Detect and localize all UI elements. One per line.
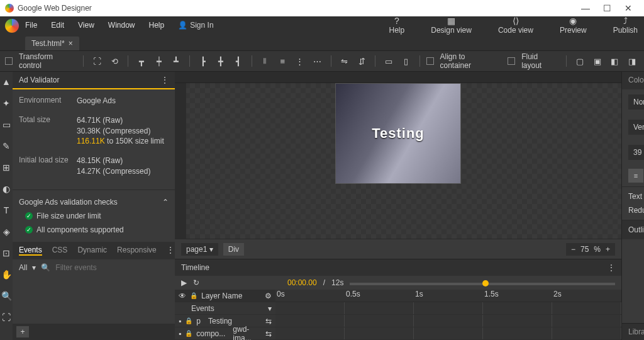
timeline-menu-icon[interactable]: ⋮ (608, 263, 615, 272)
tab-library[interactable]: Library (628, 327, 644, 336)
responsive-1-icon[interactable]: ▢ (573, 54, 587, 68)
help-button[interactable]: ?Help (383, 16, 411, 35)
3d-tool-icon[interactable]: ◈ (0, 225, 13, 238)
track-lock-icon[interactable]: 🔒 (185, 330, 192, 337)
distribute-v-icon[interactable]: ≡ (275, 54, 289, 68)
transform-checkbox[interactable] (5, 57, 13, 65)
window-minimize-button[interactable]: — (575, 3, 596, 13)
track-lock-icon[interactable]: 🔒 (185, 317, 192, 324)
responsive-2-icon[interactable]: ▣ (591, 54, 604, 68)
tick-0-5s: 0.5s (345, 290, 414, 302)
track-vis-icon[interactable]: ▪ (179, 317, 181, 326)
menu-window[interactable]: Window (108, 21, 135, 30)
font-family-select[interactable]: Verdana▾ (628, 120, 644, 135)
zoom-in-button[interactable]: + (606, 245, 610, 254)
zoom-tool-icon[interactable]: 🔍 (0, 290, 13, 302)
zoom-out-button[interactable]: − (571, 245, 575, 254)
chevron-down-icon[interactable]: ▾ (32, 263, 36, 272)
publish-button[interactable]: ⤴Publish (607, 16, 644, 35)
rectangle-tool-icon[interactable]: ▭ (0, 118, 13, 131)
link-icon[interactable]: ⇆ (265, 317, 272, 326)
text-tool-icon[interactable]: T (0, 204, 13, 217)
align-hcenter-icon[interactable]: ╋ (214, 54, 228, 68)
align-container-checkbox[interactable] (426, 57, 434, 65)
events-menu-icon[interactable]: ⋮ (167, 246, 174, 256)
link-icon[interactable]: ⇆ (265, 329, 272, 338)
window-maximize-button[interactable]: ☐ (596, 3, 618, 13)
canvas-text[interactable]: Testing (372, 125, 425, 142)
events-all-dropdown[interactable]: All (19, 263, 27, 272)
responsive-4-icon[interactable]: ◨ (625, 54, 639, 68)
document-tab[interactable]: Test.html* × (25, 37, 79, 50)
code-view-button[interactable]: ⟨⟩Code view (492, 16, 540, 35)
scale-icon[interactable]: ⛶ (90, 54, 104, 68)
spacing-h-icon[interactable]: ⋯ (311, 54, 325, 68)
sign-in-button[interactable]: 👤Sign In (178, 21, 213, 30)
align-vcenter-icon[interactable]: ┿ (152, 54, 166, 68)
scrubber-knob-icon[interactable] (482, 280, 489, 286)
gear-icon[interactable]: ⚙ (265, 292, 272, 300)
tab-css[interactable]: CSS (52, 246, 68, 256)
tag-tool-icon[interactable]: ⊞ (0, 161, 13, 174)
responsive-3-icon[interactable]: ◧ (608, 54, 621, 68)
align-right-icon[interactable]: ┫ (231, 54, 245, 68)
outliner-title[interactable]: Outliner (628, 225, 644, 234)
motion-path-tool-icon[interactable]: ✦ (0, 97, 13, 110)
timeline-row[interactable] (275, 315, 621, 327)
events-track-label[interactable]: Events (179, 304, 264, 313)
fullscreen-tool-icon[interactable]: ⛶ (0, 311, 13, 324)
user-icon: 👤 (178, 21, 187, 30)
timeline-row[interactable] (275, 327, 621, 340)
track-vis-icon[interactable]: ▪ (179, 329, 181, 338)
tab-color[interactable]: Color (628, 76, 644, 86)
ad-validator-header[interactable]: Ad Validator ⋮ (13, 72, 175, 89)
align-bottom-icon[interactable]: ┻ (170, 54, 184, 68)
menu-edit[interactable]: Edit (51, 21, 64, 30)
hand-tool-icon[interactable]: ✋ (0, 268, 13, 281)
element-tool-icon[interactable]: ⊡ (0, 247, 13, 259)
track-compo-name[interactable]: compo... (196, 329, 225, 338)
add-event-button[interactable]: + (16, 326, 29, 337)
tab-responsive[interactable]: Responsive (117, 246, 157, 256)
font-size-input[interactable]: 39 (628, 145, 644, 160)
spacing-icon[interactable]: ⋮ (293, 54, 307, 68)
track-p-name[interactable]: p (196, 317, 201, 326)
tab-dynamic[interactable]: Dynamic (77, 246, 107, 256)
menu-file[interactable]: File (25, 21, 37, 30)
stage[interactable]: Testing (175, 83, 621, 239)
order-back-icon[interactable]: ▯ (399, 54, 413, 68)
order-front-icon[interactable]: ▭ (382, 54, 396, 68)
flip-v-icon[interactable]: ⇵ (355, 54, 369, 68)
paint-tool-icon[interactable]: ◐ (0, 183, 13, 195)
play-button[interactable]: ▶ (181, 278, 187, 287)
timeline-scrubber[interactable] (350, 283, 615, 285)
collapse-icon[interactable]: ⌃ (162, 198, 169, 207)
eye-icon[interactable]: 👁 (179, 292, 186, 300)
preview-button[interactable]: ◉Preview (553, 16, 593, 35)
align-left-icon[interactable]: ┣ (196, 54, 210, 68)
tab-events[interactable]: Events (19, 246, 42, 256)
breadcrumb-element[interactable]: Div (223, 243, 244, 256)
distribute-h-icon[interactable]: ⫴ (258, 54, 272, 68)
chevron-down-icon[interactable]: ▾ (268, 304, 272, 313)
fluid-layout-checkbox[interactable] (508, 57, 515, 65)
lock-icon[interactable]: 🔒 (190, 292, 197, 299)
align-top-icon[interactable]: ┳ (135, 54, 148, 68)
document-tab-close-icon[interactable]: × (69, 39, 73, 48)
flip-h-icon[interactable]: ⇋ (338, 54, 352, 68)
window-close-button[interactable]: ✕ (618, 3, 639, 13)
design-view-button[interactable]: ▦Design view (425, 16, 478, 35)
selection-tool-icon[interactable]: ▲ (0, 76, 13, 88)
menu-help[interactable]: Help (149, 21, 165, 30)
panel-menu-icon[interactable]: ⋮ (161, 76, 169, 84)
loop-button[interactable]: ↻ (193, 278, 199, 287)
menu-view[interactable]: View (78, 21, 94, 30)
breadcrumb-page[interactable]: page1 ▾ (181, 243, 218, 256)
timeline-row[interactable] (275, 302, 621, 315)
align-left-button[interactable]: ≡ (628, 169, 643, 183)
pen-tool-icon[interactable]: ✎ (0, 140, 13, 152)
filter-events-input[interactable] (55, 263, 169, 272)
rotate-icon[interactable]: ⟲ (108, 54, 121, 68)
text-style-select[interactable]: Normal text <p>▾ (628, 94, 644, 110)
canvas[interactable]: Testing (335, 83, 461, 184)
